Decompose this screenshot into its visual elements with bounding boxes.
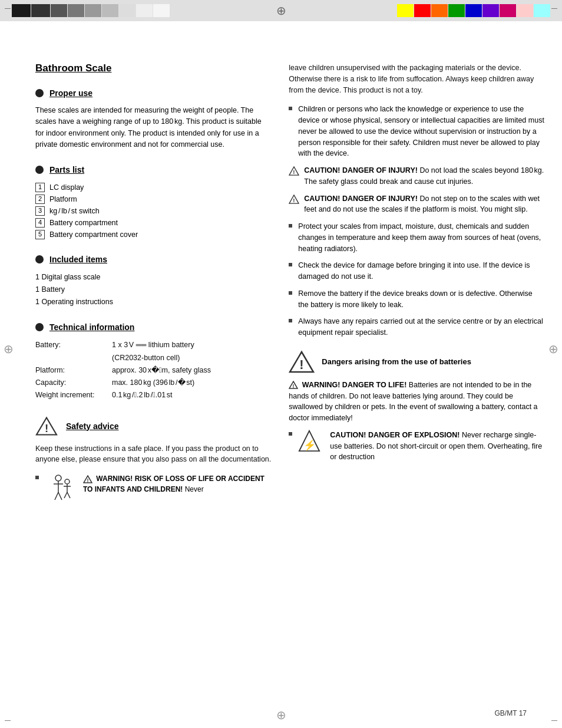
svg-point-7 <box>65 479 70 484</box>
corner-mark-br: — <box>551 717 557 723</box>
dangers-title: Dangers arising from the use of batterie… <box>322 357 471 366</box>
square-bullet-icon <box>289 107 292 110</box>
bullet-text-3: Check the device for damage before bring… <box>298 260 544 282</box>
warning-batteries-label: WARNING! <box>302 381 340 389</box>
section-safety-advice: ! Safety advice Keep these instructions … <box>35 416 271 509</box>
bullet-circle-icon-3 <box>35 255 44 263</box>
section-parts-list: Parts list 1 LC display 2 Platform 3 kg … <box>35 165 271 241</box>
caution-item-1: ! CAUTION! DANGER OF INJURY! Do not load… <box>289 165 544 187</box>
safety-advice-title: Safety advice <box>66 421 119 431</box>
reg-mark-right: ⊕ <box>548 342 558 356</box>
square-bullet-icon-5 <box>289 319 292 322</box>
part-label: LC display <box>49 182 84 193</box>
list-item: 3 kg / lb / st switch <box>35 205 271 217</box>
tech-row: Capacity: max. 180 kg (396 lb /� st) <box>35 377 271 389</box>
square-bullet-icon-2 <box>289 224 292 228</box>
right-intro-text: leave children unsupervised with the pac… <box>289 62 544 95</box>
safety-advice-heading: ! Safety advice <box>35 416 271 436</box>
list-item: 1 Battery <box>35 284 271 296</box>
list-item: 4 Battery compartment <box>35 217 271 229</box>
caution-triangle-icon: ! <box>289 166 299 176</box>
bullet-text-5: Always have any repairs carried out at t… <box>298 316 544 338</box>
bullet-text-1: Children or persons who lack the knowled… <box>298 104 544 159</box>
part-num: 2 <box>35 195 45 204</box>
svg-text:!: ! <box>293 169 295 175</box>
warning-text-block: ! WARNING! RISK OF LOSS OF LIFE OR ACCID… <box>83 473 271 495</box>
warning-label: WARNING! <box>96 475 133 483</box>
swatches-left <box>12 4 170 17</box>
right-column: leave children unsupervised with the pac… <box>289 62 544 523</box>
part-num: 4 <box>35 218 45 228</box>
svg-point-2 <box>55 475 61 481</box>
list-item: 2 Platform <box>35 193 271 205</box>
part-label: Battery compartment <box>49 217 118 229</box>
included-items-heading: Included items <box>35 255 271 264</box>
bullet-text-2: Protect your scales from impact, moistur… <box>298 221 544 254</box>
tech-row: Weight increment: 0.1 kg /𠋰.2 lb /𠋰.01 s… <box>35 389 271 401</box>
warning-never-text: Never <box>185 485 204 493</box>
svg-line-11 <box>67 492 70 498</box>
dangers-heading: ! Dangers arising from the use of batter… <box>289 350 544 374</box>
warning-small-triangle-icon: ! <box>289 381 298 389</box>
bullet-text-4: Remove the battery if the device breaks … <box>298 288 544 311</box>
swatches-right <box>397 4 550 17</box>
svg-line-5 <box>55 492 58 500</box>
footer-text: GB/MT 17 <box>495 709 527 717</box>
section-technical-info: Technical information Battery: 1 x 3 V ═… <box>35 322 271 401</box>
tech-value: 0.1 kg /𠋰.2 lb /𠋰.01 st <box>112 389 173 401</box>
tech-table: Battery: 1 x 3 V ══ lithium battery(CR20… <box>35 339 271 401</box>
page: ⊕ — — — — ⊕ ⊕ ⊕ Bathroom Scale <box>0 0 562 728</box>
corner-mark-tl: — <box>5 5 11 11</box>
page-title: Bathroom Scale <box>35 62 271 74</box>
warning-batteries-notice: ! WARNING! DANGER TO LIFE! Batteries are… <box>289 380 544 424</box>
tech-value: 1 x 3 V ══ lithium battery(CR2032-button… <box>112 339 194 364</box>
section-proper-use: Proper use These scales are intended for… <box>35 88 271 151</box>
section-included-items: Included items 1 Digital glass scale 1 B… <box>35 255 271 309</box>
technical-info-heading: Technical information <box>35 322 271 332</box>
part-num: 1 <box>35 183 45 192</box>
bullet-item-5: Always have any repairs carried out at t… <box>289 316 544 338</box>
svg-line-10 <box>64 492 67 498</box>
explosion-item: ⚡ CAUTION! DANGER OF EXPLOSION! Never re… <box>289 430 544 463</box>
part-label: Platform <box>49 193 77 205</box>
bullet-item-3: Check the device for damage before bring… <box>289 260 544 282</box>
tech-label: Capacity: <box>35 377 112 389</box>
square-bullet-icon-4 <box>289 291 292 295</box>
parts-list-items: 1 LC display 2 Platform 3 kg / lb / st s… <box>35 182 271 241</box>
reg-mark-bottom: ⊕ <box>276 708 286 722</box>
proper-use-heading: Proper use <box>35 88 271 98</box>
register-symbol: ⊕ <box>276 4 286 18</box>
list-item: 1 Operating instructions <box>35 296 271 308</box>
explosion-bold: CAUTION! DANGER OF EXPLOSION! <box>330 431 459 439</box>
caution-item-2: ! CAUTION! DANGER OF INJURY! Do not step… <box>289 193 544 216</box>
left-column: Bathroom Scale Proper use These scales a… <box>35 62 271 523</box>
header-bar: ⊕ <box>0 0 562 21</box>
bullet-circle-icon-4 <box>35 323 44 331</box>
tech-label: Weight increment: <box>35 389 112 401</box>
list-item: 1 Digital glass scale <box>35 271 271 284</box>
tech-label: Platform: <box>35 364 112 377</box>
corner-mark-bl: — <box>5 717 11 723</box>
figure-icon <box>45 473 77 509</box>
tech-value: max. 180 kg (396 lb /� st) <box>112 377 194 389</box>
section-dangers-batteries: ! Dangers arising from the use of batter… <box>289 350 544 463</box>
warning-figure-row: ! WARNING! RISK OF LOSS OF LIFE OR ACCID… <box>35 473 271 509</box>
explosion-icon: ⚡ <box>298 430 320 452</box>
list-item: 1 LC display <box>35 182 271 193</box>
square-bullet-icon-6 <box>289 432 292 436</box>
svg-text:!: ! <box>45 422 48 434</box>
parts-list-heading: Parts list <box>35 165 271 174</box>
tech-row: Platform: approx. 30 x�𠋼m, safety glass <box>35 364 271 377</box>
caution-triangle-icon-2: ! <box>289 195 299 204</box>
bullet-circle-icon-2 <box>35 166 44 174</box>
dangers-triangle-icon: ! <box>289 350 315 374</box>
list-item: 5 Battery compartment cover <box>35 229 271 241</box>
part-num: 3 <box>35 206 45 216</box>
bullet-item-1: Children or persons who lack the knowled… <box>289 104 544 159</box>
corner-mark-tr: — <box>551 5 557 11</box>
tech-label: Battery: <box>35 339 112 364</box>
svg-text:!: ! <box>300 357 304 372</box>
technical-info-title: Technical information <box>49 322 134 332</box>
included-items-list: 1 Digital glass scale 1 Battery 1 Operat… <box>35 271 271 309</box>
part-label: kg / lb / st switch <box>49 205 100 217</box>
